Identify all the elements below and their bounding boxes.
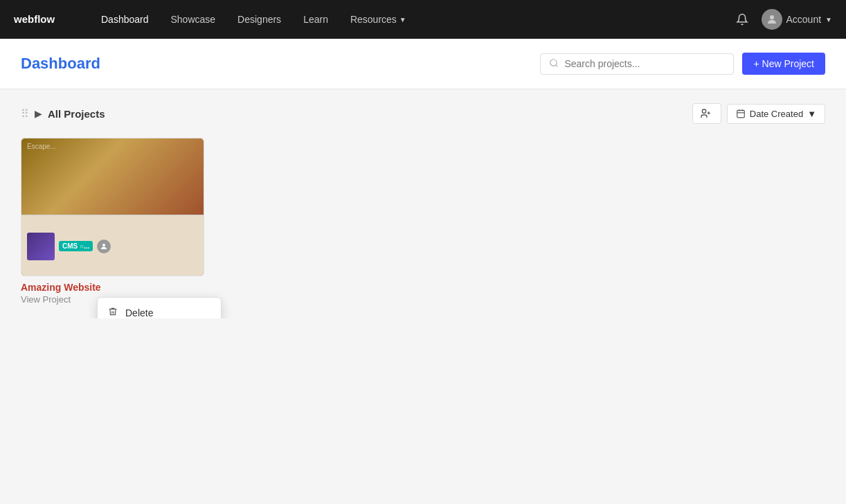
svg-text:webflow: webflow bbox=[14, 13, 55, 25]
menu-item-delete[interactable]: Delete bbox=[98, 300, 221, 318]
resources-chevron-icon: ▼ bbox=[399, 16, 406, 24]
collaborator-icon bbox=[97, 240, 111, 253]
delete-label: Delete bbox=[125, 307, 153, 318]
nav-dashboard[interactable]: Dashboard bbox=[93, 10, 157, 29]
webflow-logo[interactable]: webflow bbox=[14, 11, 76, 28]
nav-showcase[interactable]: Showcase bbox=[163, 10, 224, 29]
svg-rect-7 bbox=[737, 110, 745, 118]
delete-icon bbox=[107, 307, 118, 318]
navbar: webflow Dashboard Showcase Designers Lea… bbox=[0, 0, 846, 39]
header-actions: + New Project bbox=[540, 53, 825, 75]
invite-button[interactable] bbox=[692, 103, 721, 124]
nav-resources[interactable]: Resources ▼ bbox=[342, 10, 415, 29]
svg-point-2 bbox=[550, 59, 557, 65]
svg-point-1 bbox=[770, 15, 774, 19]
svg-point-4 bbox=[702, 109, 705, 113]
thumb-preview bbox=[27, 233, 55, 260]
projects-grid: Escape... CMS ○... Amazing Website View … bbox=[21, 138, 825, 305]
nav-learn[interactable]: Learn bbox=[295, 10, 336, 29]
thumbnail-label: Escape... bbox=[21, 138, 204, 154]
search-box bbox=[540, 53, 734, 75]
search-icon bbox=[549, 58, 559, 70]
avatar bbox=[762, 9, 782, 30]
drag-handle-icon: ⠿ bbox=[21, 107, 29, 120]
nav-designers[interactable]: Designers bbox=[229, 10, 289, 29]
account-label: Account bbox=[786, 14, 822, 25]
svg-point-11 bbox=[102, 244, 105, 246]
project-thumbnail[interactable]: Escape... CMS ○... bbox=[21, 138, 204, 276]
main-header: Dashboard + New Project bbox=[0, 39, 846, 89]
cms-badge: CMS ○... bbox=[59, 241, 93, 251]
thumb-info: CMS ○... bbox=[59, 241, 93, 251]
page-title: Dashboard bbox=[21, 55, 100, 73]
expand-chevron-icon[interactable]: ▶ bbox=[35, 108, 42, 119]
content-area: ⠿ ▶ All Projects Date Created ▼ bbox=[0, 89, 846, 318]
thumbnail-image: Escape... bbox=[21, 138, 204, 215]
date-sort-button[interactable]: Date Created ▼ bbox=[727, 104, 825, 124]
search-input[interactable] bbox=[564, 58, 725, 69]
sort-chevron-icon: ▼ bbox=[807, 109, 816, 119]
all-projects-label: All Projects bbox=[48, 108, 105, 120]
project-name: Amazing Website bbox=[21, 282, 204, 293]
account-chevron-icon: ▼ bbox=[825, 16, 832, 24]
context-menu: Delete Duplicate Move to folder bbox=[97, 297, 222, 318]
projects-toolbar: ⠿ ▶ All Projects Date Created ▼ bbox=[21, 103, 825, 124]
all-projects-section: ⠿ ▶ All Projects bbox=[21, 107, 105, 120]
project-card: Escape... CMS ○... Amazing Website View … bbox=[21, 138, 204, 305]
thumbnail-bottom: CMS ○... bbox=[21, 215, 204, 276]
notification-bell-icon[interactable] bbox=[731, 8, 753, 30]
svg-line-3 bbox=[556, 64, 558, 66]
date-sort-label: Date Created bbox=[750, 109, 803, 119]
nav-right: Account ▼ bbox=[731, 8, 833, 30]
toolbar-right: Date Created ▼ bbox=[692, 103, 825, 124]
new-project-button[interactable]: + New Project bbox=[742, 53, 825, 75]
account-menu[interactable]: Account ▼ bbox=[762, 9, 833, 30]
